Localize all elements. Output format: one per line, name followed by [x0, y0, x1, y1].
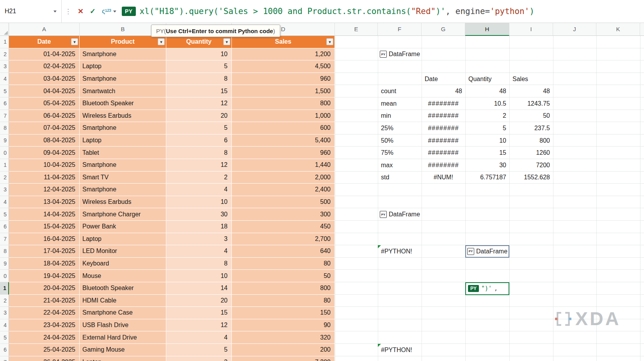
row-header-11[interactable]: 1: [0, 159, 9, 172]
cell-I5[interactable]: 48: [509, 85, 553, 97]
cell-B3[interactable]: Laptop: [80, 60, 166, 73]
cell-B11[interactable]: Smartphone: [80, 159, 166, 172]
row-header-25[interactable]: 5: [0, 331, 9, 344]
cell-F12[interactable]: std: [378, 172, 422, 184]
cell-G9[interactable]: ########: [422, 134, 465, 147]
filter-button-sales[interactable]: ▾: [326, 38, 333, 45]
column-header-A[interactable]: A: [9, 23, 80, 36]
cell-G7[interactable]: ########: [422, 110, 465, 122]
table-header-product[interactable]: Product▾: [80, 36, 166, 48]
commit-entry-button[interactable]: ✓: [90, 8, 96, 15]
column-header-E[interactable]: E: [335, 23, 378, 36]
cell-A14[interactable]: 13-04-2025: [9, 196, 80, 209]
row-header-4[interactable]: 4: [0, 73, 9, 85]
row-header-21[interactable]: 1: [0, 282, 9, 295]
cell-C4[interactable]: 8: [166, 73, 232, 85]
column-header-K[interactable]: K: [596, 23, 640, 36]
row-header-1[interactable]: 1: [0, 36, 9, 48]
cell-B24[interactable]: USB Flash Drive: [80, 319, 166, 332]
row-header-2[interactable]: 2: [0, 48, 9, 61]
row-header-22[interactable]: 2: [0, 295, 9, 307]
cell-I12[interactable]: 1552.628: [509, 172, 553, 184]
cell-H7[interactable]: 2: [465, 110, 509, 122]
select-all-corner[interactable]: [0, 23, 9, 36]
column-header-G[interactable]: G: [422, 23, 465, 36]
row-header-6[interactable]: 6: [0, 97, 9, 110]
cell-A20[interactable]: 19-04-2025: [9, 270, 80, 282]
cell-D10[interactable]: 960: [232, 147, 335, 159]
cell-C2[interactable]: 10: [166, 48, 232, 61]
cell-B22[interactable]: HDMI Cable: [80, 295, 166, 307]
cell-C9[interactable]: 6: [166, 134, 232, 147]
cell-A8[interactable]: 07-04-2025: [9, 122, 80, 134]
formula-input[interactable]: xl("H18").query('Sales > 1000 and Produc…: [140, 7, 644, 16]
cell-H5[interactable]: 48: [465, 85, 509, 97]
cell-D24[interactable]: 90: [232, 319, 335, 332]
cell-D19[interactable]: 80: [232, 258, 335, 270]
cell-C5[interactable]: 15: [166, 85, 232, 97]
cell-F10[interactable]: 75%: [378, 147, 422, 159]
cell-D17[interactable]: 2,700: [232, 233, 335, 246]
cell-B20[interactable]: Mouse: [80, 270, 166, 282]
cell-A24[interactable]: 23-04-2025: [9, 319, 80, 332]
cell-A22[interactable]: 21-04-2025: [9, 295, 80, 307]
cell-I10[interactable]: 1260: [509, 147, 553, 159]
row-header-20[interactable]: 0: [0, 270, 9, 282]
cell-C21[interactable]: 14: [166, 282, 232, 295]
cell-G8[interactable]: ########: [422, 122, 465, 134]
cell-D22[interactable]: 80: [232, 295, 335, 307]
cell-C19[interactable]: 8: [166, 258, 232, 270]
cell-C18[interactable]: 4: [166, 245, 232, 258]
filter-button-product[interactable]: ▾: [158, 38, 165, 45]
cell-D6[interactable]: 800: [232, 97, 335, 110]
cell-G6[interactable]: ########: [422, 97, 465, 110]
cell-C22[interactable]: 20: [166, 295, 232, 307]
cell-G4[interactable]: Date: [422, 73, 465, 85]
py-dataframe-chip-F2[interactable]: PYDataFrame: [378, 48, 422, 61]
row-header-18[interactable]: 8: [0, 245, 9, 258]
cell-A9[interactable]: 08-04-2025: [9, 134, 80, 147]
cell-H8[interactable]: 5: [465, 122, 509, 134]
cell-A18[interactable]: 17-04-2025: [9, 245, 80, 258]
cell-C13[interactable]: 4: [166, 184, 232, 196]
cell-C7[interactable]: 20: [166, 110, 232, 122]
cell-I9[interactable]: 800: [509, 134, 553, 147]
cell-B9[interactable]: Laptop: [80, 134, 166, 147]
cell-D25[interactable]: 320: [232, 331, 335, 344]
cell-A23[interactable]: 22-04-2025: [9, 307, 80, 319]
cell-A15[interactable]: 14-04-2025: [9, 208, 80, 221]
cell-D3[interactable]: 4,500: [232, 60, 335, 73]
py-dataframe-chip-F15[interactable]: PYDataFrame: [378, 208, 422, 221]
cell-B18[interactable]: LED Monitor: [80, 245, 166, 258]
cell-C27[interactable]: 3: [166, 356, 232, 361]
cell-B17[interactable]: Laptop: [80, 233, 166, 246]
cell-A7[interactable]: 06-04-2025: [9, 110, 80, 122]
table-header-quantity[interactable]: Quantity▾: [166, 36, 232, 48]
cell-H4[interactable]: Quantity: [465, 73, 509, 85]
cell-B19[interactable]: Keyboard: [80, 258, 166, 270]
cell-B12[interactable]: Smart TV: [80, 172, 166, 184]
cell-D18[interactable]: 640: [232, 245, 335, 258]
cell-C8[interactable]: 5: [166, 122, 232, 134]
cell-B13[interactable]: Smartphone: [80, 184, 166, 196]
cell-F11[interactable]: max: [378, 159, 422, 172]
cell-D21[interactable]: 800: [232, 282, 335, 295]
cell-A3[interactable]: 02-04-2025: [9, 60, 80, 73]
row-header-26[interactable]: 6: [0, 344, 9, 356]
cell-C26[interactable]: 5: [166, 344, 232, 356]
cell-B6[interactable]: Bluetooth Speaker: [80, 97, 166, 110]
row-header-3[interactable]: 3: [0, 60, 9, 73]
cell-A5[interactable]: 04-04-2025: [9, 85, 80, 97]
cell-B5[interactable]: Smartwatch: [80, 85, 166, 97]
cell-A13[interactable]: 12-04-2025: [9, 184, 80, 196]
row-header-9[interactable]: 9: [0, 134, 9, 147]
row-header-5[interactable]: 5: [0, 85, 9, 97]
cell-B14[interactable]: Wireless Earbuds: [80, 196, 166, 209]
row-header-13[interactable]: 3: [0, 184, 9, 196]
cell-A10[interactable]: 09-04-2025: [9, 147, 80, 159]
cell-D5[interactable]: 1,500: [232, 85, 335, 97]
cell-D26[interactable]: 200: [232, 344, 335, 356]
cell-F26[interactable]: #PYTHON!: [378, 344, 422, 356]
cell-B26[interactable]: Gaming Mouse: [80, 344, 166, 356]
cell-A27[interactable]: 26-04-2025: [9, 356, 80, 361]
